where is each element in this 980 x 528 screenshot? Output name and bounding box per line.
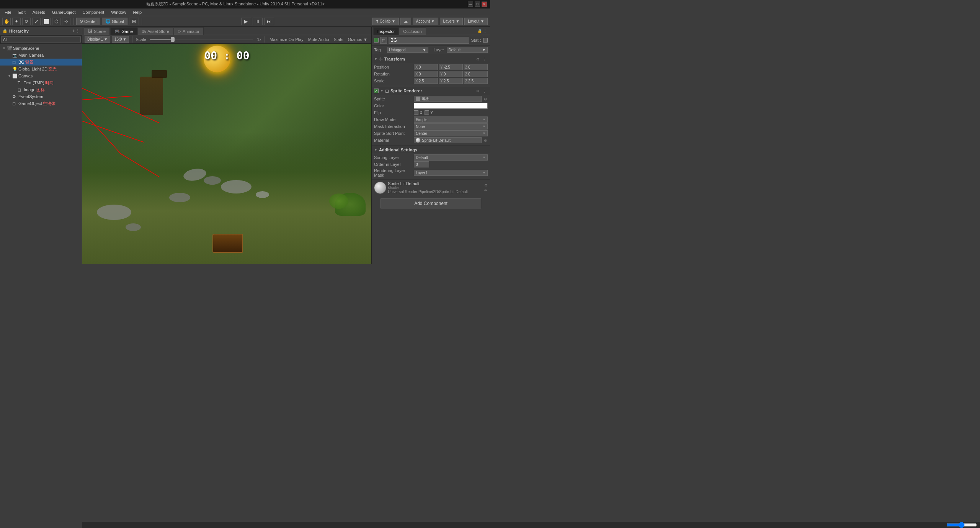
layer-dropdown[interactable]: Default ▼ <box>447 47 488 53</box>
sprite-sort-point-dropdown[interactable]: Center ▼ <box>414 130 488 136</box>
position-row: Position X 0 Y -2.5 Z 0 <box>374 64 488 71</box>
maximize-on-play[interactable]: Maximize On Play <box>268 37 305 42</box>
material-pick-icon[interactable]: ⊙ <box>483 138 488 143</box>
position-x-field[interactable]: X 0 <box>414 64 438 70</box>
layout-button[interactable]: Layout ▼ <box>464 18 488 25</box>
object-name-field[interactable] <box>389 37 469 44</box>
tab-asset-store[interactable]: 🛍 Asset Store <box>137 27 173 35</box>
tab-inspector[interactable]: Inspector <box>373 27 399 35</box>
minimize-button[interactable]: — <box>468 2 473 7</box>
hierarchy-item-bg[interactable]: ◻ BG 背景 <box>0 59 82 66</box>
sorting-layer-dropdown[interactable]: Default ▼ <box>414 154 488 161</box>
hierarchy-item-canvas[interactable]: ▼ ⬜ Canvas <box>0 72 82 79</box>
rotation-z-field[interactable]: Z 0 <box>464 71 488 77</box>
custom-tool[interactable]: ⊹ <box>62 18 70 25</box>
hierarchy-more-icon[interactable]: ⋮ <box>76 29 80 33</box>
hierarchy-item-global-light[interactable]: 💡 Global Light 2D 充光 <box>0 66 82 72</box>
sprite-renderer-enabled[interactable]: ✓ <box>374 89 379 93</box>
sprite-renderer-more-icon[interactable]: ⋮ <box>482 89 488 93</box>
color-swatch[interactable] <box>414 103 488 109</box>
mask-interaction-dropdown[interactable]: None ▼ <box>414 123 488 130</box>
sprite-renderer-settings-icon[interactable]: ⚙ <box>475 89 481 93</box>
title-bar: 粒皮系统2D - SampleScene - PC, Mac & Linux S… <box>0 0 490 8</box>
menu-gameobject[interactable]: GameObject <box>49 9 79 15</box>
additional-settings-header[interactable]: ▼ Additional Settings <box>372 146 490 153</box>
menu-assets[interactable]: Assets <box>29 9 48 15</box>
material-settings-icon[interactable]: ⚙ <box>484 183 488 187</box>
menu-help[interactable]: Help <box>130 9 145 15</box>
account-button[interactable]: Account ▼ <box>413 18 438 25</box>
ratio-dropdown[interactable]: 16:9 ▼ <box>112 36 129 43</box>
rotation-x-field[interactable]: X 0 <box>414 71 438 77</box>
hand-tool[interactable]: ✋ <box>2 18 11 25</box>
play-button[interactable]: ▶ <box>241 18 251 25</box>
flip-x-checkbox[interactable] <box>414 110 418 115</box>
transform-header[interactable]: ▼ ⊹ Transform ⚙ ⋮ <box>372 55 490 63</box>
rendering-layer-mask-dropdown[interactable]: Layer1 ▼ <box>414 170 488 176</box>
tab-game[interactable]: 🎮 Game <box>110 27 137 35</box>
transform-more-icon[interactable]: ⋮ <box>482 57 488 62</box>
transform-settings-icon[interactable]: ⚙ <box>475 57 481 62</box>
center-button[interactable]: ⊙ Center <box>76 18 100 25</box>
menu-window[interactable]: Window <box>108 9 129 15</box>
pause-button[interactable]: ⏸ <box>253 18 263 25</box>
scale-tool[interactable]: ⤢ <box>32 18 41 25</box>
hierarchy-panel: 🔒 Hierarchy + ⋮ ▼ 🎬 SampleScene 📷 Main C… <box>0 27 82 264</box>
close-button[interactable]: ✕ <box>482 2 487 7</box>
grid-btn[interactable]: ⊞ <box>129 18 139 25</box>
sorting-layer-row: Sorting Layer Default ▼ <box>374 154 488 161</box>
rect-tool[interactable]: ⬜ <box>42 18 51 25</box>
draw-mode-dropdown[interactable]: Simple ▼ <box>414 116 488 123</box>
hierarchy-search-input[interactable] <box>1 36 81 43</box>
transform-tool[interactable]: ⬡ <box>52 18 60 25</box>
position-y-field[interactable]: Y -2.5 <box>439 64 463 70</box>
hierarchy-add-icon[interactable]: + <box>72 29 75 33</box>
static-checkbox[interactable] <box>483 38 488 43</box>
add-component-button[interactable]: Add Component <box>381 198 481 208</box>
move-tool[interactable]: ✦ <box>12 18 21 25</box>
position-z-field[interactable]: Z 0 <box>464 64 488 70</box>
collab-button[interactable]: ⬆ Collab ▼ <box>372 18 399 25</box>
inspector-lock-icon[interactable]: 🔒 <box>477 29 482 33</box>
scale-y-field[interactable]: Y 2.5 <box>439 78 463 84</box>
flip-y-checkbox[interactable] <box>425 110 429 115</box>
tab-occlusion[interactable]: Occlusion <box>399 27 426 35</box>
hierarchy-item-gameobject[interactable]: ◻ GameObject 空物体 <box>0 100 82 107</box>
tab-animator[interactable]: ▷ Animator <box>174 27 204 35</box>
order-in-layer-field[interactable] <box>414 161 429 167</box>
layers-button[interactable]: Layers ▼ <box>440 18 463 25</box>
menu-file[interactable]: File <box>2 9 15 15</box>
object-active-checkbox[interactable] <box>374 38 379 43</box>
rotate-tool[interactable]: ↺ <box>22 18 31 25</box>
sprite-renderer-icon: ◻ <box>385 88 389 93</box>
hierarchy-item-text-tmp[interactable]: T Text (TMP) 时间 <box>0 79 82 86</box>
step-button[interactable]: ⏭ <box>264 18 274 25</box>
light-icon: 💡 <box>12 67 18 72</box>
material-edit-icon[interactable]: ✏ <box>484 188 488 192</box>
menu-edit[interactable]: Edit <box>15 9 29 15</box>
hierarchy-item-image[interactable]: ◻ Image 图标 <box>0 86 82 93</box>
hierarchy-item-eventsystem[interactable]: ⚙ EventSystem <box>0 93 82 100</box>
maximize-button[interactable]: □ <box>475 2 480 7</box>
scale-label: Scale <box>136 37 146 42</box>
scale-z-field[interactable]: Z 2.5 <box>464 78 488 84</box>
scale-thumb[interactable] <box>171 37 175 42</box>
cloud-button[interactable]: ☁ <box>400 18 411 25</box>
sprite-field[interactable]: 地图 <box>414 96 482 102</box>
inspector-more-icon[interactable]: ⋮ <box>483 29 487 33</box>
material-field[interactable]: Sprite-Lit-Default <box>414 137 482 143</box>
gizmos-btn[interactable]: Gizmos ▼ <box>346 37 369 42</box>
display-dropdown[interactable]: Display 1 ▼ <box>85 36 110 43</box>
hierarchy-item-samplescene[interactable]: ▼ 🎬 SampleScene <box>0 45 82 52</box>
sprite-pick-icon[interactable]: ⊙ <box>483 97 488 101</box>
global-button[interactable]: 🌐 Global <box>102 18 127 25</box>
stats-btn[interactable]: Stats <box>332 37 345 42</box>
rotation-y-field[interactable]: Y 0 <box>439 71 463 77</box>
menu-component[interactable]: Component <box>79 9 107 15</box>
tag-dropdown[interactable]: Untagged ▼ <box>387 47 428 53</box>
tab-scene[interactable]: 🖼 Scene <box>84 27 110 35</box>
mute-audio[interactable]: Mute Audio <box>307 37 331 42</box>
hierarchy-item-main-camera[interactable]: 📷 Main Camera <box>0 52 82 59</box>
scale-x-field[interactable]: X 2.5 <box>414 78 438 84</box>
sprite-renderer-header[interactable]: ✓ ▼ ◻ Sprite Renderer ⚙ ⋮ <box>372 87 490 95</box>
